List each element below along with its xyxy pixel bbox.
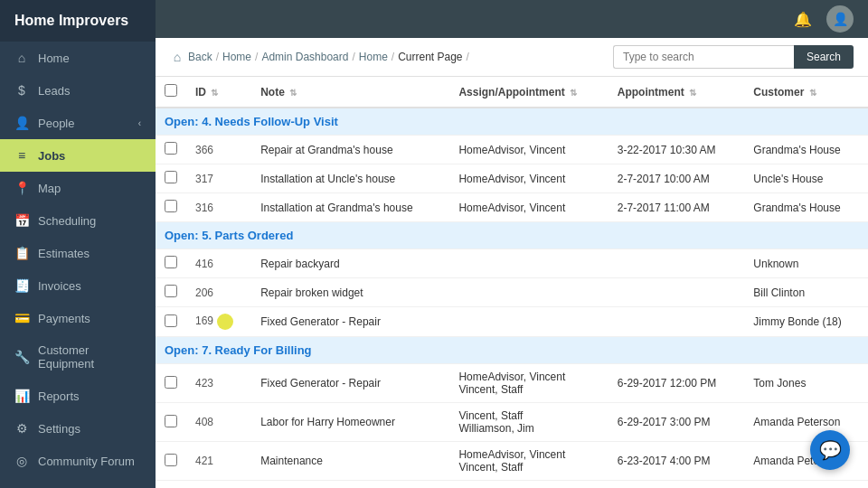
cell-appointment: 2-7-2017 11:00 AM <box>609 193 745 222</box>
section-title-0: Open: 4. Needs Follow-Up Visit <box>156 108 868 136</box>
sidebar-nav: ⌂ Home $ Leads 👤 People ‹≡ Jobs 📍 Map 📅 … <box>0 42 156 477</box>
cell-note: Repair broken widget <box>251 278 449 307</box>
scheduling-icon: 📅 <box>14 213 29 228</box>
cell-customer: Tom Jones <box>744 364 868 403</box>
row-checkbox-cell <box>156 193 186 222</box>
table-row: 408Labor for Harry HomeownerVincent, Sta… <box>156 403 868 442</box>
table-row: 423Fixed Generator - RepairHomeAdvisor, … <box>156 364 868 403</box>
col-id[interactable]: ID ⇅ <box>186 77 251 108</box>
cell-assign <box>449 278 608 307</box>
cursor-highlight <box>217 314 233 330</box>
topbar: 🔔 👤 <box>156 0 868 38</box>
sidebar: Home Improvers ⌂ Home $ Leads 👤 People ‹… <box>0 0 156 488</box>
cell-appointment <box>609 307 745 337</box>
cell-note: Repair backyard <box>251 249 449 278</box>
sidebar-item-payments[interactable]: 💳 Payments <box>0 302 156 334</box>
cell-assign: HomeAdvisor, Vincent <box>449 193 608 222</box>
cell-customer: Amanda Peterson <box>744 403 868 442</box>
table-header-row: ID ⇅ Note ⇅ Assign/Appointment ⇅ Appoint… <box>156 77 868 108</box>
row-checkbox-cell <box>156 403 186 442</box>
cell-id: 423 <box>186 364 251 403</box>
row-checkbox[interactable] <box>165 200 177 212</box>
sidebar-label-estimates: Estimates <box>38 247 141 260</box>
cell-id: 206 <box>186 278 251 307</box>
cell-assign <box>449 249 608 278</box>
select-all-checkbox[interactable] <box>165 84 177 97</box>
row-checkbox-cell <box>156 442 186 481</box>
cell-note: Fixed Generator - Repair <box>251 307 449 337</box>
section-header-2: Open: 7. Ready For Billing <box>156 337 868 364</box>
cell-customer: Jimmy Bonde (18) <box>744 307 868 337</box>
reports-icon: 📊 <box>14 389 29 403</box>
row-checkbox-cell <box>156 249 186 278</box>
cell-note: Repair at Grandma's house <box>251 136 449 164</box>
sidebar-item-leads[interactable]: $ Leads <box>0 74 156 107</box>
cell-assign: HomeAdvisor, Vincent Vincent, Staff <box>449 442 608 481</box>
row-checkbox[interactable] <box>165 256 177 268</box>
cell-assign: HomeAdvisor, Vincent <box>449 164 608 193</box>
jobs-table: ID ⇅ Note ⇅ Assign/Appointment ⇅ Appoint… <box>156 77 868 481</box>
search-bar: Search <box>613 45 854 69</box>
cell-appointment <box>609 249 745 278</box>
customer-equipment-icon: 🔧 <box>14 350 29 364</box>
sidebar-item-customer-equipment[interactable]: 🔧 Customer Equipment <box>0 334 156 380</box>
row-checkbox[interactable] <box>165 415 177 427</box>
cell-id: 169 <box>186 307 251 337</box>
sidebar-item-people[interactable]: 👤 People ‹ <box>0 107 156 139</box>
col-appointment[interactable]: Appointment ⇅ <box>609 77 745 108</box>
row-checkbox[interactable] <box>165 314 177 327</box>
cell-id: 316 <box>186 193 251 222</box>
settings-icon: ⚙ <box>14 421 29 436</box>
breadcrumb-back[interactable]: Back <box>188 51 212 63</box>
row-checkbox[interactable] <box>165 454 177 466</box>
table-row: 317Installation at Uncle's houseHomeAdvi… <box>156 164 868 193</box>
sidebar-item-reports[interactable]: 📊 Reports <box>0 380 156 412</box>
cell-assign <box>449 307 608 337</box>
row-checkbox[interactable] <box>165 285 177 297</box>
row-checkbox-cell <box>156 164 186 193</box>
cell-appointment <box>609 278 745 307</box>
cell-customer: Uncle's House <box>744 164 868 193</box>
header-checkbox-cell <box>156 77 186 108</box>
sidebar-item-invoices[interactable]: 🧾 Invoices <box>0 269 156 302</box>
sidebar-label-customer-equipment: Customer Equipment <box>38 343 141 371</box>
community-forum-icon: ◎ <box>14 454 29 468</box>
sidebar-label-leads: Leads <box>38 84 141 98</box>
cell-appointment: 6-29-2017 3:00 PM <box>609 403 745 442</box>
breadcrumb-admin-dashboard[interactable]: Admin Dashboard <box>261 51 348 63</box>
cell-assign: Vincent, Staff Williamson, Jim <box>449 403 608 442</box>
row-checkbox-cell <box>156 278 186 307</box>
user-avatar[interactable]: 👤 <box>826 5 854 33</box>
sidebar-item-community-forum[interactable]: ◎ Community Forum <box>0 445 156 477</box>
app-title: Home Improvers <box>0 0 156 42</box>
col-customer[interactable]: Customer ⇅ <box>744 77 868 108</box>
add-icon[interactable] <box>754 6 779 32</box>
breadcrumb-home2[interactable]: Home <box>359 51 388 63</box>
notifications-icon[interactable]: 🔔 <box>790 6 816 32</box>
breadcrumb-home[interactable]: Home <box>222 51 251 63</box>
sidebar-item-jobs[interactable]: ≡ Jobs <box>0 139 156 172</box>
cell-appointment: 3-22-2017 10:30 AM <box>609 136 745 164</box>
sidebar-label-invoices: Invoices <box>38 279 141 293</box>
row-checkbox[interactable] <box>165 376 177 389</box>
row-checkbox[interactable] <box>165 171 177 183</box>
jobs-icon: ≡ <box>14 148 29 163</box>
sidebar-item-map[interactable]: 📍 Map <box>0 172 156 204</box>
cell-appointment: 6-29-2017 12:00 PM <box>609 364 745 403</box>
search-button[interactable]: Search <box>794 45 854 69</box>
chat-bubble[interactable]: 💬 <box>810 430 850 470</box>
col-assign[interactable]: Assign/Appointment ⇅ <box>449 77 608 108</box>
sidebar-item-scheduling[interactable]: 📅 Scheduling <box>0 204 156 237</box>
sidebar-item-estimates[interactable]: 📋 Estimates <box>0 237 156 269</box>
cell-note: Maintenance <box>251 442 449 481</box>
sidebar-label-people: People <box>38 117 129 130</box>
breadcrumb: ⌂ Back / Home / Admin Dashboard / Home /… <box>170 50 469 64</box>
sidebar-item-home[interactable]: ⌂ Home <box>0 42 156 74</box>
home-icon: ⌂ <box>14 51 29 65</box>
sidebar-item-settings[interactable]: ⚙ Settings <box>0 412 156 445</box>
row-checkbox[interactable] <box>165 142 177 155</box>
col-note[interactable]: Note ⇅ <box>251 77 449 108</box>
cell-note: Installation at Uncle's house <box>251 164 449 193</box>
cell-id: 416 <box>186 249 251 278</box>
search-input[interactable] <box>613 45 794 69</box>
